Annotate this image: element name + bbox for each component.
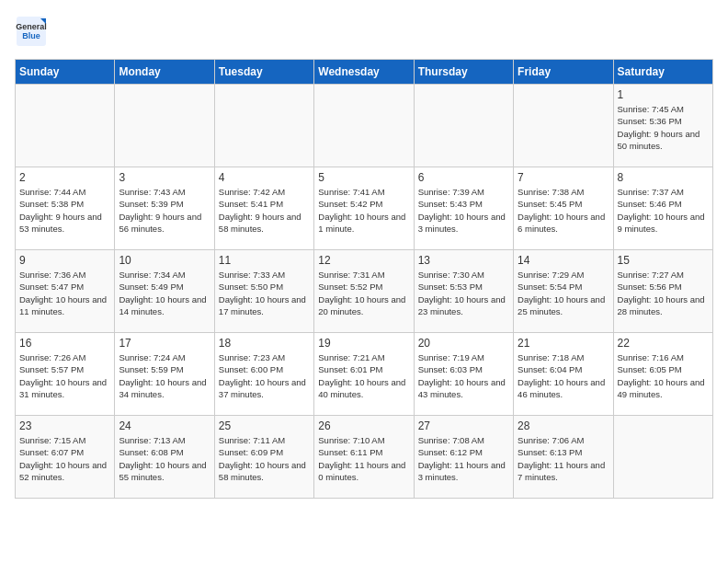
day-detail-text: Sunrise: 7:18 AM Sunset: 6:04 PM Dayligh…	[518, 351, 609, 400]
day-detail-text: Sunrise: 7:36 AM Sunset: 5:47 PM Dayligh…	[19, 269, 110, 317]
day-number: 27	[418, 419, 509, 432]
day-header-tuesday: Tuesday	[214, 60, 313, 85]
calendar-cell: 17Sunrise: 7:24 AM Sunset: 5:59 PM Dayli…	[115, 333, 214, 416]
day-detail-text: Sunrise: 7:16 AM Sunset: 6:05 PM Dayligh…	[618, 351, 709, 400]
day-number: 9	[19, 254, 110, 267]
calendar-cell	[214, 85, 313, 167]
day-number: 17	[119, 337, 210, 350]
day-detail-text: Sunrise: 7:06 AM Sunset: 6:13 PM Dayligh…	[518, 434, 609, 483]
day-detail-text: Sunrise: 7:45 AM Sunset: 5:36 PM Dayligh…	[618, 103, 709, 152]
calendar-week-row: 1Sunrise: 7:45 AM Sunset: 5:36 PM Daylig…	[16, 85, 713, 167]
day-detail-text: Sunrise: 7:34 AM Sunset: 5:49 PM Dayligh…	[119, 269, 210, 317]
calendar-cell: 13Sunrise: 7:30 AM Sunset: 5:53 PM Dayli…	[414, 250, 513, 333]
day-number: 18	[219, 337, 310, 350]
calendar-cell: 27Sunrise: 7:08 AM Sunset: 6:12 PM Dayli…	[414, 416, 513, 499]
day-number: 20	[418, 337, 509, 350]
day-number: 13	[418, 254, 509, 267]
day-detail-text: Sunrise: 7:31 AM Sunset: 5:52 PM Dayligh…	[318, 269, 409, 317]
calendar-cell: 6Sunrise: 7:39 AM Sunset: 5:43 PM Daylig…	[414, 167, 513, 250]
calendar-cell	[613, 416, 712, 499]
day-detail-text: Sunrise: 7:42 AM Sunset: 5:41 PM Dayligh…	[219, 186, 310, 235]
calendar-cell: 28Sunrise: 7:06 AM Sunset: 6:13 PM Dayli…	[514, 416, 613, 499]
calendar-cell	[514, 85, 613, 167]
calendar-cell: 25Sunrise: 7:11 AM Sunset: 6:09 PM Dayli…	[214, 416, 313, 499]
day-number: 4	[219, 171, 310, 184]
day-detail-text: Sunrise: 7:11 AM Sunset: 6:09 PM Dayligh…	[219, 434, 310, 483]
day-header-saturday: Saturday	[613, 60, 712, 85]
day-detail-text: Sunrise: 7:15 AM Sunset: 6:07 PM Dayligh…	[19, 434, 110, 483]
calendar-cell: 22Sunrise: 7:16 AM Sunset: 6:05 PM Dayli…	[613, 333, 712, 416]
day-header-monday: Monday	[115, 60, 214, 85]
day-detail-text: Sunrise: 7:24 AM Sunset: 5:59 PM Dayligh…	[119, 351, 210, 400]
day-number: 5	[318, 171, 409, 184]
calendar-cell: 20Sunrise: 7:19 AM Sunset: 6:03 PM Dayli…	[414, 333, 513, 416]
calendar-cell: 15Sunrise: 7:27 AM Sunset: 5:56 PM Dayli…	[613, 250, 712, 333]
day-number: 3	[119, 171, 210, 184]
day-number: 14	[518, 254, 609, 267]
calendar-cell: 5Sunrise: 7:41 AM Sunset: 5:42 PM Daylig…	[314, 167, 414, 250]
calendar-cell: 8Sunrise: 7:37 AM Sunset: 5:46 PM Daylig…	[613, 167, 712, 250]
calendar-cell: 16Sunrise: 7:26 AM Sunset: 5:57 PM Dayli…	[16, 333, 115, 416]
calendar-cell: 14Sunrise: 7:29 AM Sunset: 5:54 PM Dayli…	[514, 250, 613, 333]
logo-icon: General Blue	[15, 15, 48, 48]
calendar-cell: 7Sunrise: 7:38 AM Sunset: 5:45 PM Daylig…	[514, 167, 613, 250]
calendar-cell: 3Sunrise: 7:43 AM Sunset: 5:39 PM Daylig…	[115, 167, 214, 250]
day-number: 19	[318, 337, 409, 350]
day-detail-text: Sunrise: 7:39 AM Sunset: 5:43 PM Dayligh…	[418, 186, 509, 235]
calendar-week-row: 2Sunrise: 7:44 AM Sunset: 5:38 PM Daylig…	[16, 167, 713, 250]
calendar-cell	[314, 85, 414, 167]
day-detail-text: Sunrise: 7:08 AM Sunset: 6:12 PM Dayligh…	[418, 434, 509, 483]
calendar-week-row: 16Sunrise: 7:26 AM Sunset: 5:57 PM Dayli…	[16, 333, 713, 416]
day-detail-text: Sunrise: 7:44 AM Sunset: 5:38 PM Dayligh…	[19, 186, 110, 235]
day-detail-text: Sunrise: 7:21 AM Sunset: 6:01 PM Dayligh…	[318, 351, 409, 400]
day-header-sunday: Sunday	[16, 60, 115, 85]
day-detail-text: Sunrise: 7:41 AM Sunset: 5:42 PM Dayligh…	[318, 186, 409, 235]
day-number: 6	[418, 171, 509, 184]
calendar-cell: 4Sunrise: 7:42 AM Sunset: 5:41 PM Daylig…	[214, 167, 313, 250]
day-number: 24	[119, 419, 210, 432]
day-detail-text: Sunrise: 7:33 AM Sunset: 5:50 PM Dayligh…	[219, 269, 310, 317]
day-detail-text: Sunrise: 7:43 AM Sunset: 5:39 PM Dayligh…	[119, 186, 210, 235]
calendar-cell: 21Sunrise: 7:18 AM Sunset: 6:04 PM Dayli…	[514, 333, 613, 416]
calendar-cell	[414, 85, 513, 167]
day-number: 10	[119, 254, 210, 267]
day-number: 8	[618, 171, 709, 184]
day-number: 16	[19, 337, 110, 350]
day-header-wednesday: Wednesday	[314, 60, 414, 85]
calendar-cell: 2Sunrise: 7:44 AM Sunset: 5:38 PM Daylig…	[16, 167, 115, 250]
calendar-cell: 9Sunrise: 7:36 AM Sunset: 5:47 PM Daylig…	[16, 250, 115, 333]
day-number: 22	[618, 337, 709, 350]
calendar-cell: 10Sunrise: 7:34 AM Sunset: 5:49 PM Dayli…	[115, 250, 214, 333]
svg-text:General: General	[16, 22, 47, 31]
calendar-table: SundayMondayTuesdayWednesdayThursdayFrid…	[15, 59, 713, 499]
calendar-cell: 19Sunrise: 7:21 AM Sunset: 6:01 PM Dayli…	[314, 333, 414, 416]
day-number: 11	[219, 254, 310, 267]
day-detail-text: Sunrise: 7:19 AM Sunset: 6:03 PM Dayligh…	[418, 351, 509, 400]
calendar-cell: 12Sunrise: 7:31 AM Sunset: 5:52 PM Dayli…	[314, 250, 414, 333]
calendar-cell: 11Sunrise: 7:33 AM Sunset: 5:50 PM Dayli…	[214, 250, 313, 333]
day-number: 23	[19, 419, 110, 432]
svg-text:Blue: Blue	[22, 31, 40, 40]
day-number: 15	[618, 254, 709, 267]
calendar-cell: 23Sunrise: 7:15 AM Sunset: 6:07 PM Dayli…	[16, 416, 115, 499]
day-number: 26	[318, 419, 409, 432]
day-detail-text: Sunrise: 7:13 AM Sunset: 6:08 PM Dayligh…	[119, 434, 210, 483]
day-number: 7	[518, 171, 609, 184]
calendar-cell: 24Sunrise: 7:13 AM Sunset: 6:08 PM Dayli…	[115, 416, 214, 499]
calendar-cell: 18Sunrise: 7:23 AM Sunset: 6:00 PM Dayli…	[214, 333, 313, 416]
logo: General Blue	[15, 15, 48, 48]
day-number: 21	[518, 337, 609, 350]
day-detail-text: Sunrise: 7:26 AM Sunset: 5:57 PM Dayligh…	[19, 351, 110, 400]
page-header: General Blue	[15, 15, 713, 48]
day-number: 28	[518, 419, 609, 432]
day-detail-text: Sunrise: 7:29 AM Sunset: 5:54 PM Dayligh…	[518, 269, 609, 317]
day-header-thursday: Thursday	[414, 60, 513, 85]
day-number: 12	[318, 254, 409, 267]
calendar-cell	[16, 85, 115, 167]
day-detail-text: Sunrise: 7:27 AM Sunset: 5:56 PM Dayligh…	[618, 269, 709, 317]
calendar-cell	[115, 85, 214, 167]
day-number: 25	[219, 419, 310, 432]
day-detail-text: Sunrise: 7:37 AM Sunset: 5:46 PM Dayligh…	[618, 186, 709, 235]
calendar-week-row: 9Sunrise: 7:36 AM Sunset: 5:47 PM Daylig…	[16, 250, 713, 333]
day-detail-text: Sunrise: 7:23 AM Sunset: 6:00 PM Dayligh…	[219, 351, 310, 400]
